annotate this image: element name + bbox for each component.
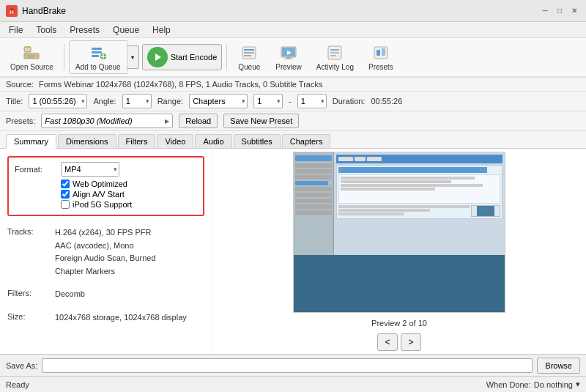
queue-label: Queue — [238, 63, 260, 71]
format-select[interactable]: MP4 MKV — [61, 162, 119, 177]
separator-2 — [226, 44, 227, 70]
web-optimized-checkbox[interactable] — [61, 180, 70, 188]
close-button[interactable]: ✕ — [568, 5, 580, 17]
range-type-select[interactable]: Chapters — [189, 94, 248, 108]
maximize-button[interactable]: □ — [554, 5, 565, 17]
title-label: Title: — [6, 97, 23, 106]
tab-summary[interactable]: Summary — [6, 134, 56, 149]
range-type-wrapper: Chapters — [189, 94, 248, 108]
tracks-section: Tracks: H.264 (x264), 30 FPS PFR AAC (av… — [7, 223, 204, 285]
presets-row: Presets: Fast 1080p30 (Modified) ▶ Reloa… — [0, 111, 586, 131]
preview-container: Preview 2 of 10 < > — [289, 152, 509, 351]
track-2: Foreign Audio Scan, Burned — [55, 252, 156, 265]
left-panel: Format: MP4 MKV Web Optimized Align A/V … — [0, 149, 212, 354]
preset-value: Fast 1080p30 (Modified) — [45, 117, 132, 125]
svg-rect-15 — [244, 49, 254, 51]
save-bar: Save As: Browse — [0, 354, 586, 376]
save-as-input[interactable] — [42, 358, 533, 373]
preview-top-area — [294, 152, 505, 255]
when-done-value[interactable]: Do nothing — [534, 380, 573, 389]
when-done-label: When Done: — [486, 380, 531, 389]
filters-value: Decomb — [55, 288, 85, 301]
presets-icon — [372, 44, 390, 62]
activity-log-button[interactable]: Activity Log — [311, 40, 360, 74]
save-preset-button[interactable]: Save New Preset — [223, 114, 299, 128]
preset-arrow-icon: ▶ — [165, 118, 169, 125]
format-row: Format: MP4 MKV — [15, 162, 197, 177]
tab-chapters[interactable]: Chapters — [282, 134, 331, 148]
tab-video[interactable]: Video — [157, 134, 193, 148]
svg-rect-21 — [286, 57, 291, 59]
start-encode-play-icon — [147, 47, 168, 67]
presets-toolbar-button[interactable]: Presets — [363, 40, 399, 74]
duration-label: Duration: — [333, 97, 366, 106]
range-from-wrapper: 1 — [253, 94, 283, 108]
add-queue-dropdown[interactable]: ▾ — [127, 45, 139, 69]
range-label: Range: — [157, 97, 183, 106]
preview-button[interactable]: Preview — [270, 40, 308, 74]
tab-subtitles[interactable]: Subtitles — [234, 134, 281, 148]
svg-rect-8 — [92, 48, 102, 50]
open-source-icon — [23, 44, 40, 62]
angle-select-wrapper: 1 — [122, 94, 152, 108]
range-to-wrapper: 1 — [297, 94, 327, 108]
tab-filters[interactable]: Filters — [118, 134, 156, 148]
queue-button[interactable]: Queue — [231, 40, 267, 74]
menu-help[interactable]: Help — [146, 23, 177, 37]
menu-presets[interactable]: Presets — [64, 23, 105, 37]
tracks-label: Tracks: — [7, 226, 55, 236]
svg-rect-29 — [382, 48, 385, 56]
add-to-queue-button[interactable]: Add to Queue — [69, 40, 127, 74]
web-optimized-label: Web Optimized — [73, 180, 127, 188]
browse-button[interactable]: Browse — [537, 358, 580, 374]
size-section: Size: 1024x768 storage, 1024x768 display — [7, 308, 204, 332]
main-content: Format: MP4 MKV Web Optimized Align A/V … — [0, 149, 586, 354]
start-encode-label: Start Encode — [171, 53, 218, 62]
range-separator: - — [289, 97, 292, 106]
svg-rect-10 — [92, 55, 99, 57]
svg-rect-5 — [24, 53, 39, 59]
minimize-button[interactable]: ─ — [539, 5, 551, 17]
title-bar-left: H HandBrake — [6, 5, 66, 17]
tracks-values: H.264 (x264), 30 FPS PFR AAC (avcodec), … — [55, 226, 156, 278]
activity-log-label: Activity Log — [316, 63, 354, 71]
checkbox-align-av: Align A/V Start — [61, 190, 197, 199]
track-3: Chapter Markers — [55, 265, 156, 278]
align-av-checkbox[interactable] — [61, 190, 70, 199]
reload-button[interactable]: Reload — [179, 114, 218, 128]
preview-prev-button[interactable]: < — [377, 333, 398, 351]
angle-select[interactable]: 1 — [122, 94, 152, 108]
ipod-checkbox[interactable] — [61, 200, 70, 209]
align-av-label: Align A/V Start — [73, 190, 125, 199]
save-as-label: Save As: — [6, 361, 37, 370]
status-text: Ready — [6, 380, 29, 389]
tab-audio[interactable]: Audio — [195, 134, 231, 148]
menu-bar: File Tools Presets Queue Help — [0, 22, 586, 38]
range-to-select[interactable]: 1 — [297, 94, 327, 108]
toolbar: Open Source Add to Queue ▾ Start Encode — [0, 38, 586, 78]
angle-label: Angle: — [93, 97, 116, 106]
presets-toolbar-label: Presets — [368, 63, 393, 71]
tab-dimensions[interactable]: Dimensions — [58, 134, 116, 148]
status-bar: Ready When Done: Do nothing ▾ — [0, 376, 586, 392]
menu-queue[interactable]: Queue — [107, 23, 145, 37]
svg-rect-28 — [377, 50, 380, 56]
range-from-select[interactable]: 1 — [253, 94, 283, 108]
start-encode-group[interactable]: Start Encode — [142, 44, 223, 70]
title-select[interactable]: 1 (00:55:26) — [29, 94, 87, 108]
title-bar-controls: ─ □ ✕ — [539, 5, 580, 17]
menu-tools[interactable]: Tools — [30, 23, 62, 37]
preset-display[interactable]: Fast 1080p30 (Modified) ▶ — [41, 114, 173, 128]
preview-nav: < > — [377, 333, 421, 351]
add-queue-icon — [89, 44, 107, 62]
open-source-button[interactable]: Open Source — [4, 40, 59, 74]
app-title: HandBrake — [22, 6, 66, 16]
tracks-row: Tracks: H.264 (x264), 30 FPS PFR AAC (av… — [7, 226, 204, 278]
track-1: AAC (avcodec), Mono — [55, 240, 156, 253]
add-to-queue-group: Add to Queue ▾ — [69, 40, 139, 74]
duration-value: 00:55:26 — [371, 97, 402, 106]
preview-next-button[interactable]: > — [401, 333, 421, 351]
source-info-bar: Source: Forms Webinar 1024x768 (1024x768… — [0, 78, 586, 92]
menu-file[interactable]: File — [3, 23, 29, 37]
preview-caption: Preview 2 of 10 — [371, 319, 427, 328]
